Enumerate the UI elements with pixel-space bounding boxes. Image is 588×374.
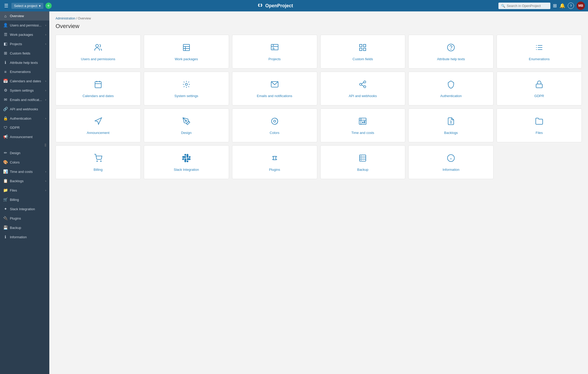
information-label: Information — [10, 235, 46, 239]
sidebar-item-enumerations[interactable]: ≡Enumerations — [0, 67, 49, 76]
sidebar-item-backlogs[interactable]: 📋Backlogs› — [0, 176, 49, 186]
api-webhooks-card[interactable]: API and webhooks — [320, 72, 405, 105]
hamburger-menu[interactable]: ☰ — [3, 2, 9, 10]
sidebar-item-billing[interactable]: 🛒Billing — [0, 195, 49, 204]
design-label: Design — [10, 151, 46, 155]
slack-integration-card[interactable]: Slack Integration — [144, 145, 229, 179]
logo-icon — [257, 3, 263, 9]
files-card[interactable]: Files — [497, 108, 582, 142]
colors-card[interactable]: Colors — [232, 108, 317, 142]
users-permissions-label: Users and permissi... — [10, 23, 43, 27]
custom-fields-card[interactable]: Custom fields — [320, 35, 405, 69]
announcement-icon — [94, 117, 102, 127]
system-settings-label: System settings — [10, 89, 43, 92]
new-project-button[interactable]: + — [45, 3, 52, 9]
avatar[interactable]: MB — [577, 2, 585, 10]
api-webhooks-card-label: API and webhooks — [349, 94, 377, 98]
project-selector[interactable]: Select a project ▾ — [11, 3, 43, 9]
search-box[interactable]: 🔍 — [498, 3, 550, 9]
system-settings-card[interactable]: System settings — [144, 72, 229, 105]
time-costs-icon: 📊 — [3, 169, 8, 174]
calendars-dates-icon: 📅 — [3, 79, 8, 83]
users-permissions-card[interactable]: Users and permissions — [56, 35, 141, 69]
sidebar-collapse-handle[interactable]: || — [0, 141, 49, 148]
announcement-card[interactable]: Announcement — [56, 108, 141, 142]
backlogs-card[interactable]: Backlogs — [408, 108, 494, 142]
sidebar-item-users-permissions[interactable]: 👤Users and permissi...› — [0, 21, 49, 30]
calendars-icon — [94, 80, 102, 90]
nav-center: OpenProject — [54, 3, 496, 9]
chevron-down-icon: ▾ — [39, 4, 41, 8]
announcement-icon: 📢 — [3, 134, 8, 139]
sidebar-item-design[interactable]: ✏Design — [0, 148, 49, 158]
colors-card-label: Colors — [270, 131, 280, 135]
help-icon[interactable]: ? — [568, 3, 574, 9]
overview-grid: Users and permissionsWork packagesProjec… — [56, 35, 582, 179]
search-input[interactable] — [507, 4, 546, 8]
sidebar-item-authentication[interactable]: 🔒Authentication› — [0, 114, 49, 123]
authentication-card[interactable]: Authentication — [408, 72, 494, 105]
svg-point-36 — [185, 120, 187, 121]
backlogs-label: Backlogs — [10, 179, 43, 183]
svg-point-53 — [361, 156, 362, 157]
grid-icon[interactable]: ⊞ — [553, 3, 557, 9]
project-selector-label: Select a project — [14, 4, 37, 8]
svg-rect-23 — [95, 81, 101, 88]
sidebar-item-system-settings[interactable]: ⚙System settings› — [0, 86, 49, 95]
sidebar-item-backup[interactable]: 💾Backup — [0, 223, 49, 232]
svg-rect-39 — [359, 118, 366, 124]
sidebar-item-projects[interactable]: ◧Projects› — [0, 39, 49, 49]
backup-card[interactable]: Backup — [320, 145, 405, 179]
svg-rect-49 — [274, 156, 276, 160]
sidebar-item-colors[interactable]: 🎨Colors — [0, 158, 49, 167]
sidebar-item-api-webhooks[interactable]: 🔗API and webhooks — [0, 104, 49, 114]
slack-integration-card-label: Slack Integration — [174, 168, 199, 172]
attribute-help-texts-card[interactable]: Attribute help texts — [408, 35, 494, 69]
authentication-icon — [447, 80, 455, 90]
sidebar-item-information[interactable]: ℹInformation — [0, 232, 49, 242]
time-costs-card[interactable]: Time and costs — [320, 108, 405, 142]
svg-point-29 — [364, 81, 366, 83]
sidebar-item-work-packages[interactable]: ☰Work packages› — [0, 30, 49, 39]
design-card[interactable]: Design — [144, 108, 229, 142]
sidebar-item-attribute-help-texts[interactable]: ℹAttribute help texts — [0, 58, 49, 67]
sidebar-item-custom-fields[interactable]: ⊞Custom fields — [0, 49, 49, 58]
emails-notifications-card[interactable]: Emails and notifications — [232, 72, 317, 105]
calendars-dates-card-label: Calendars and dates — [83, 94, 114, 98]
design-card-label: Design — [181, 131, 192, 135]
backlogs-card-label: Backlogs — [444, 131, 458, 135]
search-icon: 🔍 — [501, 4, 505, 8]
work-packages-card[interactable]: Work packages — [144, 35, 229, 69]
time-costs-card-label: Time and costs — [352, 131, 374, 135]
notifications-icon[interactable]: 🔔 — [559, 3, 565, 9]
gdpr-card[interactable]: GDPR — [497, 72, 582, 105]
calendars-dates-card[interactable]: Calendars and dates — [56, 72, 141, 105]
sidebar-item-gdpr[interactable]: 🛡GDPR — [0, 123, 49, 132]
information-icon — [447, 154, 455, 164]
svg-line-32 — [362, 85, 364, 86]
sidebar-item-emails-notifications[interactable]: ✉Emails and notificat...› — [0, 95, 49, 104]
sidebar-item-overview[interactable]: ⌂Overview — [0, 11, 49, 21]
apiwebhooks-icon — [359, 80, 367, 90]
sidebar-item-calendars-dates[interactable]: 📅Calendars and dates› — [0, 76, 49, 86]
emails-notifications-card-label: Emails and notifications — [257, 94, 292, 98]
sidebar-item-files[interactable]: 📁Files› — [0, 186, 49, 195]
sidebar-item-plugins[interactable]: 🔌Plugins — [0, 214, 49, 223]
backup-label: Backup — [10, 226, 46, 230]
sidebar-item-time-costs[interactable]: 📊Time and costs› — [0, 167, 49, 176]
information-card[interactable]: Information — [408, 145, 494, 179]
collapse-icon: || — [44, 142, 47, 147]
projects-icon — [271, 43, 279, 53]
projects-card[interactable]: Projects — [232, 35, 317, 69]
svg-point-30 — [360, 83, 362, 85]
sidebar-item-slack-integration[interactable]: ✦Slack Integration — [0, 204, 49, 214]
information-card-label: Information — [443, 168, 459, 172]
svg-point-0 — [259, 5, 260, 6]
breadcrumb-admin[interactable]: Administration — [56, 17, 75, 20]
colors-icon — [271, 117, 279, 127]
billing-card[interactable]: Billing — [56, 145, 141, 179]
sidebar-item-announcement[interactable]: 📢Announcement — [0, 132, 49, 141]
gdpr-label: GDPR — [10, 126, 46, 130]
enumerations-card[interactable]: Enumerations — [497, 35, 582, 69]
plugins-card[interactable]: Plugins — [232, 145, 317, 179]
